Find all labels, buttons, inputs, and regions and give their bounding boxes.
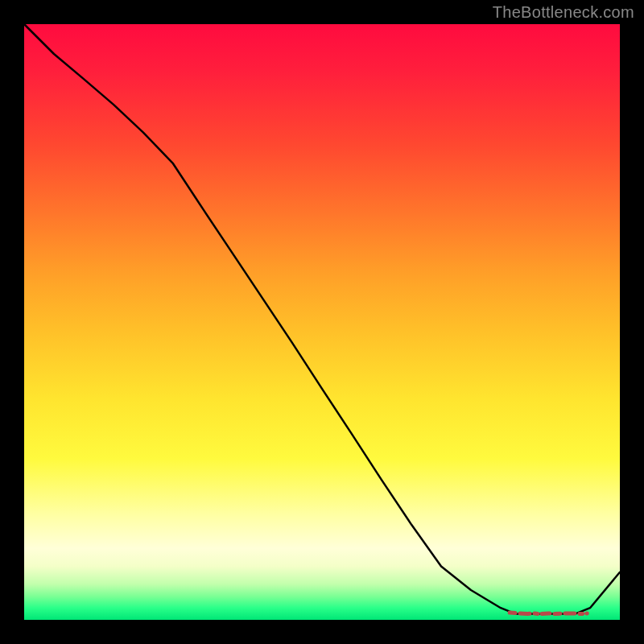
plateau-dash xyxy=(510,613,587,614)
attribution-text: TheBottleneck.com xyxy=(493,3,634,22)
bottleneck-curve xyxy=(24,24,620,614)
chart-overlay xyxy=(24,24,620,620)
plateau-markers xyxy=(510,613,587,614)
